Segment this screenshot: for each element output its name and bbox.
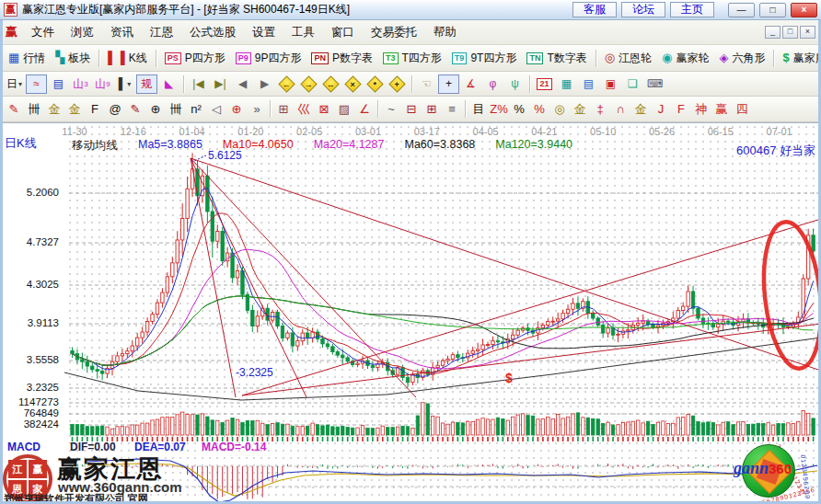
- menu-item-设置[interactable]: 设置: [244, 21, 283, 44]
- sectors-button[interactable]: ▚板块: [51, 49, 95, 68]
- shen-tool[interactable]: 神: [691, 99, 711, 120]
- wave-tool-button[interactable]: ψ: [504, 74, 526, 94]
- spiral-tool[interactable]: @: [105, 99, 125, 120]
- four-tool[interactable]: 四: [732, 99, 752, 120]
- fan-box-tool[interactable]: ⊠: [314, 99, 334, 120]
- menu-item-帮助[interactable]: 帮助: [425, 21, 465, 44]
- gold-circle-tool[interactable]: ◎: [549, 99, 570, 120]
- vol3-chart-button[interactable]: 山3: [70, 74, 91, 94]
- parallel-lines-tool[interactable]: ≡: [442, 99, 462, 120]
- forum-button[interactable]: 论坛: [621, 2, 665, 17]
- gann360-360-text: 360: [769, 461, 792, 476]
- grid-a-tool[interactable]: ⊟: [401, 99, 422, 120]
- notes-button[interactable]: ▤: [578, 74, 599, 94]
- maximize-button[interactable]: □: [759, 3, 786, 17]
- ying-tool[interactable]: 赢: [711, 99, 732, 120]
- f10-info-button[interactable]: ▤: [48, 74, 69, 94]
- mdi-close-button[interactable]: ×: [800, 26, 815, 39]
- brush-tool[interactable]: ✎: [4, 99, 24, 120]
- j-angle-tool[interactable]: J: [651, 99, 671, 120]
- gann-star-button[interactable]: *: [364, 74, 386, 94]
- menu-item-文件[interactable]: 文件: [23, 21, 63, 44]
- gann-tools-button[interactable]: 规: [136, 74, 157, 94]
- kline-button[interactable]: ▌▐K线: [103, 49, 151, 68]
- gold-comb1-tool[interactable]: 金: [44, 99, 64, 120]
- pen2-tool[interactable]: ✎: [125, 99, 145, 120]
- p-square-button[interactable]: PSP四方形: [160, 49, 230, 68]
- menu-item-浏览[interactable]: 浏览: [63, 21, 102, 44]
- gann-wheel-button[interactable]: ◎江恩轮: [600, 49, 656, 68]
- mdi-restore-button[interactable]: □: [782, 26, 798, 39]
- percent-z-tool[interactable]: Z%: [489, 99, 509, 120]
- menu-item-江恩[interactable]: 江恩: [142, 21, 181, 44]
- arc-tool[interactable]: ∩: [610, 99, 630, 120]
- gann-plus-button[interactable]: +: [387, 74, 408, 94]
- gann-comb-tool[interactable]: 卌: [24, 99, 44, 120]
- angle-line-tool[interactable]: ∠: [354, 99, 375, 120]
- calendar-button[interactable]: 21: [534, 74, 555, 94]
- gann-target-tool[interactable]: ⊕: [226, 99, 247, 120]
- fan-lines-tool[interactable]: 巛: [294, 99, 314, 120]
- close-button[interactable]: ×: [791, 3, 817, 17]
- winner-service-button[interactable]: $赢家服务: [778, 49, 821, 68]
- nav-next-button[interactable]: ▶: [254, 74, 275, 94]
- n-square-tool[interactable]: n²: [186, 99, 206, 120]
- fractal-tool-button[interactable]: φ: [482, 74, 503, 94]
- colored-kline-button[interactable]: ◣: [158, 74, 179, 94]
- flag-tool[interactable]: ◁: [206, 99, 226, 120]
- f-angle-tool[interactable]: F: [671, 99, 691, 120]
- angle-tool-button[interactable]: ∡: [460, 74, 481, 94]
- export-button[interactable]: ❏: [622, 74, 643, 94]
- price-box-tool[interactable]: ⊞: [273, 99, 294, 120]
- mdi-minimize-button[interactable]: _: [765, 26, 781, 39]
- gann-right-button[interactable]: →: [298, 74, 319, 94]
- vol9-chart-button[interactable]: 山9: [92, 74, 113, 94]
- kline-chart-svg[interactable]: [0, 123, 821, 504]
- gann-both-button[interactable]: ↔: [320, 74, 341, 94]
- cycle-ruler-tool[interactable]: ⊕: [145, 99, 166, 120]
- customer-service-button[interactable]: 客服: [572, 2, 617, 17]
- quotes-button[interactable]: ▦行情: [4, 49, 50, 68]
- scale-ruler-tool[interactable]: 目: [468, 99, 489, 120]
- 9p-square-button[interactable]: P99P四方形: [231, 49, 306, 68]
- menu-item-工具[interactable]: 工具: [283, 21, 323, 44]
- menu-item-窗口[interactable]: 窗口: [323, 21, 363, 44]
- period-day-button[interactable]: 日▾: [4, 74, 25, 94]
- hand-tool-button[interactable]: ☜: [416, 74, 437, 94]
- hexagon-button[interactable]: ◈六角形: [714, 49, 769, 68]
- nav-first-button[interactable]: |◀: [188, 74, 209, 94]
- t-number-button[interactable]: TNT数字表: [522, 49, 591, 68]
- ink-mark-tool[interactable]: ‡: [590, 99, 610, 120]
- menu-item-交易委托[interactable]: 交易委托: [363, 21, 425, 44]
- winner-wheel-button[interactable]: ◉赢家轮: [657, 49, 713, 68]
- more-tools-button[interactable]: »: [247, 99, 267, 120]
- gold-angle-tool[interactable]: 金: [630, 99, 651, 120]
- menu-item-公式选股[interactable]: 公式选股: [181, 21, 244, 44]
- computer-button[interactable]: ⌨: [644, 74, 665, 94]
- gold-level-tool[interactable]: 金: [570, 99, 590, 120]
- wave-ruler-tool[interactable]: ~: [381, 99, 401, 120]
- p-number-button[interactable]: PNP数字表: [306, 49, 377, 68]
- menu-item-资讯[interactable]: 资讯: [102, 21, 142, 44]
- percent-line-tool[interactable]: %: [529, 99, 549, 120]
- shade-box-tool[interactable]: ▨: [334, 99, 354, 120]
- nav-last-button[interactable]: ▶|: [210, 74, 231, 94]
- fibo-comb-tool[interactable]: F: [85, 99, 105, 120]
- save-button[interactable]: ▣: [600, 74, 621, 94]
- comb2-tool[interactable]: 卌: [166, 99, 186, 120]
- grid-b-tool[interactable]: ⊞: [422, 99, 442, 120]
- gold-comb2-tool[interactable]: 金: [64, 99, 85, 120]
- main-kline-button[interactable]: ≈: [26, 74, 47, 94]
- nav-prev-button[interactable]: ◀: [232, 74, 253, 94]
- 9t-square-button[interactable]: T99T四方形: [447, 49, 522, 68]
- gann-cross-button[interactable]: ×: [342, 74, 364, 94]
- t-square-button[interactable]: T3T四方形: [378, 49, 446, 68]
- percent-tool[interactable]: %: [509, 99, 529, 120]
- gann-left-button[interactable]: ←: [276, 74, 297, 94]
- calculator-button[interactable]: ▦: [556, 74, 577, 94]
- homepage-button[interactable]: 主页: [670, 2, 714, 17]
- crosshair-tool-button[interactable]: +: [438, 74, 459, 94]
- candle-style-button[interactable]: ▌▾: [114, 74, 135, 94]
- minimize-button[interactable]: —: [728, 3, 755, 17]
- kline-chart-area[interactable]: 日K线 600467 好当家 移动均线Ma5=3.8865Ma10=4.0650…: [0, 122, 821, 504]
